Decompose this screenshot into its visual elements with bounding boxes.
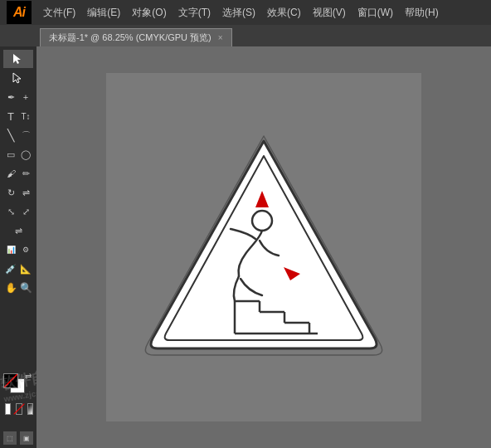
tab-bar: 未标题-1* @ 68.25% (CMYK/GPU 预览) × (0, 25, 491, 46)
canvas-background (106, 73, 421, 421)
svg-line-2 (4, 374, 17, 387)
paintbrush-tool[interactable]: 🖌 (3, 164, 18, 183)
pencil-tool[interactable]: ✏ (18, 164, 33, 183)
fill-indicator[interactable] (5, 403, 11, 415)
rect-tool-row: ▭ ◯ (3, 145, 33, 163)
menu-view[interactable]: 视图(V) (308, 4, 351, 22)
eyedropper-tool[interactable]: 💉 (3, 260, 18, 278)
swap-colors-icon[interactable]: ⇄ (25, 372, 32, 381)
menu-select[interactable]: 选择(S) (217, 4, 260, 22)
menu-window[interactable]: 窗口(W) (352, 4, 398, 22)
document-tab[interactable]: 未标题-1* @ 68.25% (CMYK/GPU 预览) × (40, 28, 232, 46)
gradient-indicator[interactable] (27, 403, 33, 415)
warp-tool[interactable]: ⇌ (3, 222, 33, 240)
line-tool[interactable]: ╲ (3, 126, 18, 144)
type-tool[interactable]: T (3, 107, 18, 125)
menu-text[interactable]: 文字(T) (173, 4, 216, 22)
warning-sign-svg (139, 131, 388, 363)
shear-tool[interactable]: ⤢ (18, 202, 33, 221)
zoom-tool[interactable]: 🔍 (18, 279, 33, 297)
menu-object[interactable]: 对象(O) (127, 4, 171, 22)
menu-effect[interactable]: 效果(C) (262, 4, 306, 22)
measure-tool[interactable]: 📐 (18, 260, 33, 278)
type-tool-row: T T↕ (3, 107, 33, 125)
stroke-fill-row (3, 403, 33, 415)
menu-bar: 文件(F) 编辑(E) 对象(O) 文字(T) 选择(S) 效果(C) 视图(V… (38, 4, 484, 22)
ellipse-tool[interactable]: ◯ (18, 145, 33, 163)
none-indicator[interactable] (16, 403, 22, 415)
main-layout: ✒ + T T↕ ╲ ⌒ ▭ ◯ 🖌 ✏ ↻ ⇌ ⤡ ⤢ (0, 46, 491, 448)
hand-tool-row: ✋ 🔍 (3, 279, 33, 297)
scale-tool[interactable]: ⤡ (3, 202, 18, 221)
toolbar: ✒ + T T↕ ╲ ⌒ ▭ ◯ 🖌 ✏ ↻ ⇌ ⤡ ⤢ (0, 46, 36, 448)
rotate-tool-row: ↻ ⇌ (3, 183, 33, 202)
scale-tool-row: ⤡ ⤢ (3, 202, 33, 221)
pen-tool[interactable]: ✒ (3, 88, 18, 106)
add-anchor-tool[interactable]: + (18, 88, 33, 106)
svg-marker-1 (13, 73, 21, 83)
bottom-icons: ⬚ ▣ (3, 431, 33, 445)
brush-tool-row: 🖌 ✏ (3, 164, 33, 183)
line-tool-row: ╲ ⌒ (3, 126, 33, 144)
menu-help[interactable]: 帮助(H) (400, 4, 444, 22)
tab-label: 未标题-1* @ 68.25% (CMYK/GPU 预览) (49, 32, 211, 44)
rotate-tool[interactable]: ↻ (3, 183, 18, 202)
title-bar: Ai 文件(F) 编辑(E) 对象(O) 文字(T) 选择(S) 效果(C) 视… (0, 0, 491, 25)
graph-tool[interactable]: 📊 (3, 241, 18, 259)
rectangle-tool[interactable]: ▭ (3, 145, 18, 163)
graph-tool-row: 📊 ⚙ (3, 241, 33, 259)
color-section: ⇄ (3, 373, 33, 415)
reflect-tool[interactable]: ⇌ (18, 183, 33, 202)
color-boxes: ⇄ (3, 373, 32, 400)
artboard-icon[interactable]: ⬚ (3, 431, 17, 445)
selection-tool[interactable] (3, 50, 33, 68)
hand-tool[interactable]: ✋ (3, 279, 18, 297)
foreground-color-box[interactable] (3, 373, 18, 388)
tab-close-button[interactable]: × (218, 33, 223, 42)
view-mode-icon[interactable]: ▣ (20, 431, 33, 445)
menu-file[interactable]: 文件(F) (38, 4, 80, 22)
arc-tool[interactable]: ⌒ (18, 126, 33, 144)
app-logo: Ai (7, 1, 32, 24)
symbol-tool[interactable]: ⚙ (18, 241, 33, 259)
vertical-type-tool[interactable]: T↕ (18, 107, 33, 125)
eyedropper-tool-row: 💉 📐 (3, 260, 33, 278)
menu-edit[interactable]: 编辑(E) (82, 4, 125, 22)
svg-marker-0 (13, 54, 21, 64)
direct-selection-tool[interactable] (3, 69, 33, 87)
pen-tool-row: ✒ + (3, 88, 33, 106)
canvas-area (36, 46, 491, 448)
